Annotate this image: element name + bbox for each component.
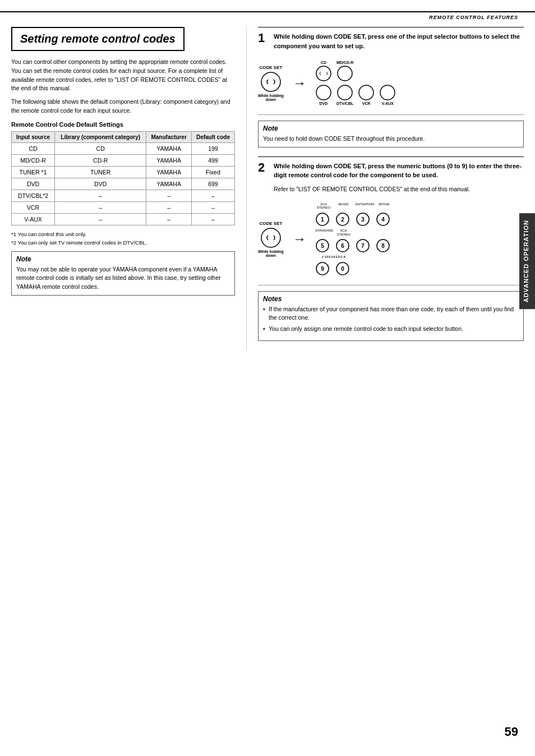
svg-text:9: 9 [321,266,324,272]
col-header-manufacturer: Manufacturer [146,131,192,142]
cell-library: DVD [55,178,146,190]
table-title: Remote Control Code Default Settings [11,121,235,128]
note-left-title: Note [16,255,230,263]
step1-code-set-label: CODE SET [259,65,282,70]
page-title: Setting remote control codes [11,27,185,51]
label-9: A SPEAKERS B [315,255,352,259]
svg-text:7: 7 [361,243,365,249]
label-2: MUSIC [335,202,352,210]
notes-right: Notes If the manufacturer of your compon… [258,291,524,341]
cell-library: TUNER [55,166,146,178]
step-1-text: While holding down CODE SET, press one o… [274,32,524,50]
col-header-input: Input source [12,131,55,142]
col-header-library: Library (component category) [55,131,146,142]
side-tab-text: ADVANCED OPERATION [523,220,529,302]
table-row: DTV/CBL*2––– [12,190,235,201]
step2-code-set-area: CODE SET While holdingdown [258,221,284,257]
note-bullet-1: If the manufacturer of your component ha… [263,305,519,323]
table-row: VCR––– [12,201,235,213]
page-container: REMOTE CONTROL FEATURES Setting remote c… [0,0,535,756]
btn-6: 6 [335,238,350,253]
svg-text:6: 6 [341,243,344,249]
btn-5: 5 [315,238,330,253]
cell-manufacturer: YAMAHA [146,154,192,166]
svg-point-5 [359,85,373,100]
page-header: REMOTE CONTROL FEATURES [0,11,535,22]
step1-arrow: → [293,75,306,91]
svg-point-4 [338,85,352,100]
label-7 [356,229,372,236]
intro-para-1: You can control other components by sett… [11,58,235,93]
cell-input: V-AUX [12,213,55,225]
cd-button [315,65,332,82]
btn-2: 2 [335,212,350,227]
cell-manufacturer: YAMAHA [146,142,192,154]
main-content: Setting remote control codes You can con… [0,27,535,350]
svg-text:0: 0 [341,266,344,272]
notes-right-bullets: If the manufacturer of your component ha… [263,305,519,334]
side-tab: ADVANCED OPERATION [519,213,535,309]
cell-input: CD [12,142,55,154]
notes-right-title: Notes [263,295,519,303]
cell-code: – [191,213,234,225]
step-2-text: While holding down CODE SET, press the n… [274,162,524,180]
md-cdr-button [336,65,353,82]
label-8 [376,229,393,236]
btn-0: 0 [335,261,350,276]
svg-text:2: 2 [341,216,344,223]
cell-manufacturer: – [146,190,192,201]
cell-input: DVD [12,178,55,190]
step1-selector-buttons: CD MD/CD-R [315,61,396,105]
cell-manufacturer: YAMAHA [146,166,192,178]
cell-code: 499 [191,154,234,166]
divider-2 [258,285,524,285]
svg-text:3: 3 [361,216,365,223]
cell-manufacturer: – [146,213,192,225]
cell-library: – [55,213,146,225]
svg-text:5: 5 [321,243,324,249]
cell-library: – [55,201,146,213]
intro-text: You can control other components by sett… [11,58,235,116]
cell-code: – [191,201,234,213]
step2-arrow: → [293,231,306,247]
label-6: 5CH STEREO [335,229,352,236]
table-row: V-AUX––– [12,213,235,225]
right-column: 1 While holding down CODE SET, press one… [247,27,524,350]
step1-code-set-area: CODE SET While holdingdown [258,65,284,102]
cell-manufacturer: – [146,201,192,213]
table-row: MD/CD-RCD-RYAMAHA499 [12,154,235,166]
step1-code-set-button [260,71,282,93]
step-2-container: 2 While holding down CODE SET, press the… [258,156,524,341]
label-3: ENTERTAIN [356,202,372,210]
btn-8: 8 [376,238,390,253]
dtv-cbl-button [336,84,353,101]
footnote-1: *1 You can control this unit only. [11,231,235,237]
header-title: REMOTE CONTROL FEATURES [429,15,518,20]
step-2-number: 2 [258,162,269,174]
step2-code-set-button [260,227,282,248]
remote-control-table: Input source Library (component category… [11,131,235,225]
note-left: Note You may not be able to operate your… [11,251,235,296]
note-step1: Note You need to hold down CODE SET thro… [258,121,524,147]
intro-para-2: The following table shows the default co… [11,98,235,116]
btn-3: 3 [356,212,370,227]
cell-manufacturer: YAMAHA [146,178,192,190]
cell-library: – [55,190,146,201]
btn-7: 7 [356,238,370,253]
step1-while-holding: While holdingdown [258,94,284,102]
note-step1-text: You need to hold down CODE SET throughou… [263,135,519,144]
cell-input: VCR [12,201,55,213]
step-1-container: 1 While holding down CODE SET, press one… [258,27,524,147]
cell-input: TUNER *1 [12,166,55,178]
cell-library: CD [55,142,146,154]
col-header-code: Default code [191,131,234,142]
svg-point-3 [316,85,331,100]
btn-4: 4 [376,212,390,227]
svg-text:1: 1 [321,216,324,223]
dvd-button [315,84,332,101]
cell-library: CD-R [55,154,146,166]
step-1-diagram: CODE SET While holdingdown → CD [258,56,524,110]
vcr-button [358,84,375,101]
svg-point-0 [261,72,280,91]
cell-code: – [191,190,234,201]
